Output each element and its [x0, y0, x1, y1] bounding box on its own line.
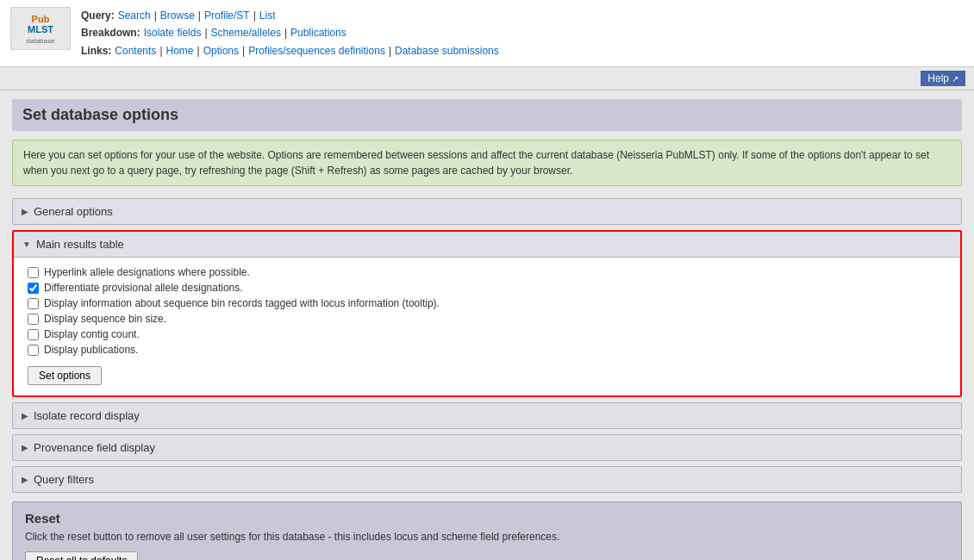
display-seq-bin-info-label[interactable]: Display information about sequence bin r… [44, 297, 440, 309]
nav-options[interactable]: Options [203, 42, 239, 59]
info-box: Here you can set options for your use of… [12, 140, 962, 186]
main-results-arrow: ▼ [22, 240, 31, 249]
breakdown-label: Breakdown: [81, 24, 140, 41]
main-results-content: Hyperlink allele designations where poss… [14, 257, 960, 395]
query-filters-section: ▶ Query filters [12, 466, 962, 493]
svg-text:database: database [27, 37, 55, 45]
page-title: Set database options [22, 106, 952, 124]
hyperlink-allele-label[interactable]: Hyperlink allele designations where poss… [44, 266, 250, 278]
svg-text:Pub: Pub [32, 14, 50, 24]
set-options-button[interactable]: Set options [28, 366, 102, 385]
nav-home[interactable]: Home [166, 42, 194, 59]
reset-title: Reset [25, 511, 949, 526]
display-publications-label[interactable]: Display publications. [44, 344, 138, 356]
breakdown-row: Breakdown: Isolate fields | Scheme/allel… [81, 24, 499, 41]
nav-publications[interactable]: Publications [290, 24, 347, 41]
nav-isolate-fields[interactable]: Isolate fields [144, 24, 202, 41]
nav-scheme-alleles[interactable]: Scheme/alleles [211, 24, 281, 41]
nav-profiles-sequences[interactable]: Profiles/sequences definitions [248, 42, 385, 59]
display-publications-checkbox[interactable] [28, 345, 39, 356]
links-row: Links: Contents | Home | Options | Profi… [81, 42, 499, 59]
help-button[interactable]: Help ↗ [921, 71, 965, 86]
general-options-header[interactable]: ▶ General options [13, 199, 961, 224]
page-title-bar: Set database options [12, 99, 962, 131]
hyperlink-allele-checkbox[interactable] [28, 267, 39, 278]
isolate-record-header[interactable]: ▶ Isolate record display [13, 403, 961, 428]
checkbox-row-2: Differentiate provisional allele designa… [28, 282, 946, 294]
external-link-icon: ↗ [952, 74, 958, 84]
query-filters-arrow: ▶ [22, 475, 28, 484]
provenance-header[interactable]: ▶ Provenance field display [13, 435, 961, 460]
general-options-arrow: ▶ [22, 207, 28, 216]
general-options-section: ▶ General options [12, 198, 962, 225]
display-seq-bin-info-checkbox[interactable] [28, 298, 39, 309]
info-text: Here you can set options for your use of… [23, 147, 951, 178]
nav-contents[interactable]: Contents [115, 42, 156, 59]
provenance-label: Provenance field display [34, 441, 155, 454]
general-options-label: General options [34, 205, 113, 218]
checkbox-row-3: Display information about sequence bin r… [28, 297, 946, 309]
reset-section: Reset Click the reset button to remove a… [12, 501, 962, 560]
help-label: Help [927, 72, 949, 84]
display-seq-bin-size-checkbox[interactable] [28, 314, 39, 325]
nav-db-submissions[interactable]: Database submissions [395, 42, 499, 59]
checkbox-row-5: Display contig count. [28, 328, 946, 340]
differentiate-provisional-checkbox[interactable] [28, 283, 39, 294]
isolate-record-arrow: ▶ [22, 411, 28, 420]
svg-text:MLST: MLST [28, 24, 53, 34]
checkbox-row-1: Hyperlink allele designations where poss… [28, 266, 946, 278]
nav-search[interactable]: Search [118, 7, 151, 24]
display-contig-count-checkbox[interactable] [28, 329, 39, 340]
main-results-label: Main results table [36, 238, 124, 251]
logo: Pub MLST database [10, 7, 71, 50]
main-content: Set database options Here you can set op… [0, 90, 974, 560]
checkbox-row-4: Display sequence bin size. [28, 313, 946, 325]
query-filters-header[interactable]: ▶ Query filters [13, 467, 961, 492]
nav-list[interactable]: List [259, 7, 276, 24]
differentiate-provisional-label[interactable]: Differentiate provisional allele designa… [44, 282, 243, 294]
display-contig-count-label[interactable]: Display contig count. [44, 328, 140, 340]
display-seq-bin-size-label[interactable]: Display sequence bin size. [44, 313, 166, 325]
reset-description: Click the reset button to remove all use… [25, 531, 949, 543]
nav-browse[interactable]: Browse [160, 7, 195, 24]
checkbox-row-6: Display publications. [28, 344, 946, 356]
isolate-record-section: ▶ Isolate record display [12, 402, 962, 429]
query-filters-label: Query filters [34, 473, 94, 486]
provenance-arrow: ▶ [22, 443, 28, 452]
main-results-header[interactable]: ▼ Main results table [14, 232, 960, 257]
nav-profile-st[interactable]: Profile/ST [204, 7, 250, 24]
provenance-section: ▶ Provenance field display [12, 434, 962, 461]
reset-all-button[interactable]: Reset all to defaults [25, 551, 138, 560]
page-header: Pub MLST database Query: Search | Browse… [0, 0, 974, 67]
links-label: Links: [81, 42, 111, 59]
help-bar: Help ↗ [0, 67, 974, 90]
query-label: Query: [81, 7, 115, 24]
query-row: Query: Search | Browse | Profile/ST | Li… [81, 7, 499, 24]
main-results-section: ▼ Main results table Hyperlink allele de… [12, 230, 962, 397]
header-links: Query: Search | Browse | Profile/ST | Li… [81, 7, 499, 59]
isolate-record-label: Isolate record display [34, 409, 140, 422]
